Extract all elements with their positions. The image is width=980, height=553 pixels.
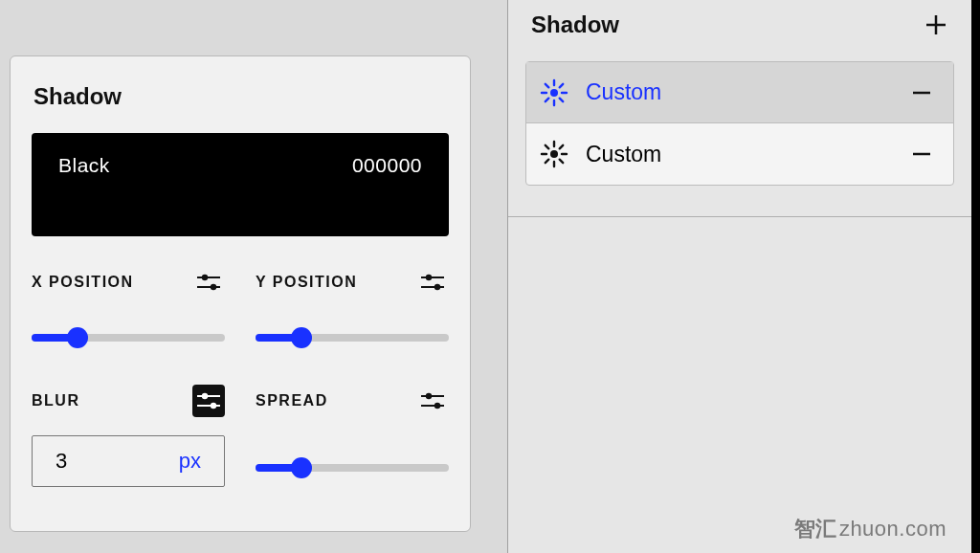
spread-label: SPREAD <box>256 392 328 409</box>
svg-line-26 <box>560 83 564 87</box>
black-strip <box>971 0 980 553</box>
watermark-zh: 智汇 <box>794 517 837 541</box>
sliders-icon[interactable] <box>416 385 449 417</box>
svg-point-18 <box>550 89 558 97</box>
panel-title: Shadow <box>33 83 449 110</box>
sun-icon <box>540 140 568 168</box>
svg-point-5 <box>426 275 432 280</box>
svg-point-11 <box>211 403 216 409</box>
blur-value-input[interactable]: 3 px <box>32 435 225 487</box>
color-name: Black <box>58 154 110 236</box>
sliders-icon[interactable] <box>192 266 225 299</box>
shadow-list: Custom <box>525 61 954 186</box>
svg-line-36 <box>560 145 564 149</box>
color-hex: 000000 <box>352 154 422 236</box>
x-position-label: X POSITION <box>32 274 134 291</box>
right-panel-title: Shadow <box>531 11 619 38</box>
svg-point-1 <box>202 275 208 280</box>
blur-label: BLUR <box>32 392 79 409</box>
svg-point-28 <box>550 150 558 158</box>
list-item-label: Custom <box>586 142 911 167</box>
control-spread: SPREAD <box>256 382 449 487</box>
svg-point-3 <box>211 284 216 290</box>
watermark-en: zhuon.com <box>839 517 947 541</box>
y-position-label: Y POSITION <box>256 274 357 291</box>
list-item[interactable]: Custom <box>526 123 953 185</box>
minus-icon[interactable] <box>911 144 932 165</box>
svg-line-33 <box>546 145 549 149</box>
list-item[interactable]: Custom <box>526 62 953 123</box>
slider-spread[interactable] <box>256 464 449 472</box>
minus-icon[interactable] <box>911 82 932 103</box>
svg-line-35 <box>546 160 549 164</box>
control-blur: BLUR 3 px <box>32 382 225 487</box>
control-y-position: Y POSITION <box>256 263 449 342</box>
svg-line-24 <box>560 98 564 101</box>
watermark: 智汇zhuon.com <box>794 515 947 543</box>
divider <box>508 216 971 217</box>
shadow-editor-panel: Shadow Black 000000 X POSITION <box>10 55 471 532</box>
svg-line-25 <box>546 98 549 101</box>
svg-point-7 <box>434 284 440 290</box>
shadow-list-panel: Shadow <box>507 0 971 553</box>
svg-point-13 <box>426 393 432 399</box>
slider-y-position[interactable] <box>256 334 449 342</box>
control-x-position: X POSITION <box>32 263 225 342</box>
sliders-icon[interactable] <box>192 385 225 417</box>
sun-icon <box>540 78 568 107</box>
svg-line-34 <box>560 160 564 164</box>
plus-icon[interactable] <box>925 14 947 35</box>
sliders-icon[interactable] <box>416 266 449 299</box>
svg-point-9 <box>202 393 208 399</box>
color-swatch[interactable]: Black 000000 <box>32 133 449 236</box>
slider-x-position[interactable] <box>32 334 225 342</box>
list-item-label: Custom <box>586 79 911 105</box>
blur-unit: px <box>179 449 201 474</box>
svg-line-23 <box>546 83 549 87</box>
svg-point-15 <box>434 403 440 409</box>
blur-value: 3 <box>56 449 67 474</box>
